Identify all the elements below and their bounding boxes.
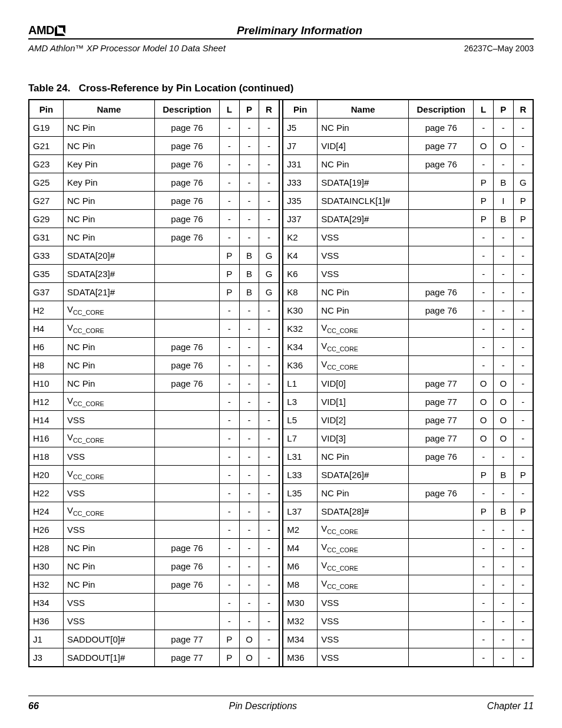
cell-desc: page 77 xyxy=(409,411,474,429)
cell-gap xyxy=(279,575,283,594)
cell-l: - xyxy=(474,648,494,667)
doc-title: AMD Athlon™ XP Processor Model 10 Data S… xyxy=(28,43,226,53)
cell-name: NC Pin xyxy=(63,374,154,393)
cell-desc xyxy=(409,356,474,374)
cell-l: O xyxy=(474,411,494,429)
cell-r: - xyxy=(513,265,533,283)
cell-r: - xyxy=(513,612,533,630)
cell-pin: H32 xyxy=(29,575,63,594)
table-caption: Table 24. Cross-Reference by Pin Locatio… xyxy=(28,83,534,94)
cell-r: - xyxy=(259,192,279,210)
cell-gap xyxy=(279,539,283,557)
table-row: H2VCC_CORE---K30NC Pinpage 76--- xyxy=(29,301,533,319)
cell-desc: page 76 xyxy=(154,539,219,557)
amd-logo: AMD xyxy=(28,24,65,37)
cell-l: P xyxy=(220,630,240,648)
cell-name: NC Pin xyxy=(63,575,154,594)
cell-name: VCC_CORE xyxy=(63,319,154,338)
cell-p: O xyxy=(493,374,513,393)
cell-p: - xyxy=(239,374,259,393)
cell-l: - xyxy=(220,374,240,393)
cell-desc xyxy=(154,429,219,447)
table-row: J1SADDOUT[0]#page 77PO-M34VSS--- xyxy=(29,630,533,648)
cell-pin: G31 xyxy=(29,228,63,246)
cell-l: P xyxy=(220,265,240,283)
cell-l: - xyxy=(474,521,494,539)
cell-p: B xyxy=(239,283,259,301)
cell-pin: H30 xyxy=(29,557,63,575)
cell-r: - xyxy=(259,575,279,594)
cell-l: P xyxy=(474,173,494,192)
cell-desc xyxy=(409,612,474,630)
table-row: H6NC Pinpage 76---K34VCC_CORE--- xyxy=(29,338,533,356)
cell-name: SDATA[29]# xyxy=(318,210,409,228)
cell-p: - xyxy=(239,137,259,155)
cell-pin: J31 xyxy=(283,155,317,173)
cell-r: - xyxy=(513,393,533,411)
cell-name: VSS xyxy=(318,630,409,648)
cell-name: SADDOUT[0]# xyxy=(63,630,154,648)
cell-desc xyxy=(154,246,219,265)
cell-pin: M30 xyxy=(283,594,317,612)
cell-p: - xyxy=(239,557,259,575)
cell-pin: M8 xyxy=(283,575,317,594)
cell-p: - xyxy=(239,192,259,210)
cell-pin: K4 xyxy=(283,246,317,265)
cell-gap xyxy=(279,246,283,265)
table-row: H10NC Pinpage 76---L1VID[0]page 77OO- xyxy=(29,374,533,393)
cell-l: P xyxy=(474,502,494,521)
cell-p: B xyxy=(493,173,513,192)
cell-pin: K2 xyxy=(283,228,317,246)
table-row: H36VSS---M32VSS--- xyxy=(29,612,533,630)
cell-name: SDATA[20]# xyxy=(63,246,154,265)
cell-name: VCC_CORE xyxy=(318,539,409,557)
cell-pin: J3 xyxy=(29,648,63,667)
cell-pin: H10 xyxy=(29,374,63,393)
cell-p: - xyxy=(493,447,513,466)
table-row: H16VCC_CORE---L7VID[3]page 77OO- xyxy=(29,429,533,447)
table-row: H34VSS---M30VSS--- xyxy=(29,594,533,612)
cell-desc: page 76 xyxy=(154,210,219,228)
cell-p: - xyxy=(493,484,513,502)
table-row: G29NC Pinpage 76---J37SDATA[29]#PBP xyxy=(29,210,533,228)
cell-l: - xyxy=(474,447,494,466)
cell-desc xyxy=(154,319,219,338)
cell-r: P xyxy=(513,502,533,521)
cell-name: VCC_CORE xyxy=(63,466,154,484)
cell-name: VCC_CORE xyxy=(63,429,154,447)
cell-gap xyxy=(279,502,283,521)
cell-r: - xyxy=(513,228,533,246)
cell-r: G xyxy=(259,265,279,283)
cell-pin: M36 xyxy=(283,648,317,667)
cell-desc xyxy=(409,630,474,648)
cell-desc xyxy=(154,411,219,429)
cell-p: - xyxy=(493,356,513,374)
cell-pin: H24 xyxy=(29,502,63,521)
cell-p: - xyxy=(239,502,259,521)
cell-name: VCC_CORE xyxy=(318,557,409,575)
cell-r: - xyxy=(513,594,533,612)
cell-l: - xyxy=(474,356,494,374)
cell-name: NC Pin xyxy=(63,210,154,228)
cell-pin: L35 xyxy=(283,484,317,502)
cell-r: G xyxy=(259,283,279,301)
table-row: G27NC Pinpage 76---J35SDATAINCLK[1]#PIP xyxy=(29,192,533,210)
cell-name: VSS xyxy=(63,521,154,539)
cell-l: - xyxy=(220,447,240,466)
cell-pin: G21 xyxy=(29,137,63,155)
table-row: G21NC Pinpage 76---J7VID[4]page 77OO- xyxy=(29,137,533,155)
cell-l: - xyxy=(220,411,240,429)
cell-l: P xyxy=(474,210,494,228)
cell-l: - xyxy=(220,301,240,319)
table-row: H20VCC_CORE---L33SDATA[26]#PBP xyxy=(29,466,533,484)
col-gap xyxy=(279,100,283,118)
table-row: H4VCC_CORE---K32VCC_CORE--- xyxy=(29,319,533,338)
cell-desc xyxy=(154,447,219,466)
table-row: H14VSS---L5VID[2]page 77OO- xyxy=(29,411,533,429)
cell-name: NC Pin xyxy=(318,283,409,301)
cell-pin: J7 xyxy=(283,137,317,155)
cell-name: NC Pin xyxy=(63,539,154,557)
cell-pin: H6 xyxy=(29,338,63,356)
cell-p: - xyxy=(239,393,259,411)
cell-desc: page 76 xyxy=(154,173,219,192)
